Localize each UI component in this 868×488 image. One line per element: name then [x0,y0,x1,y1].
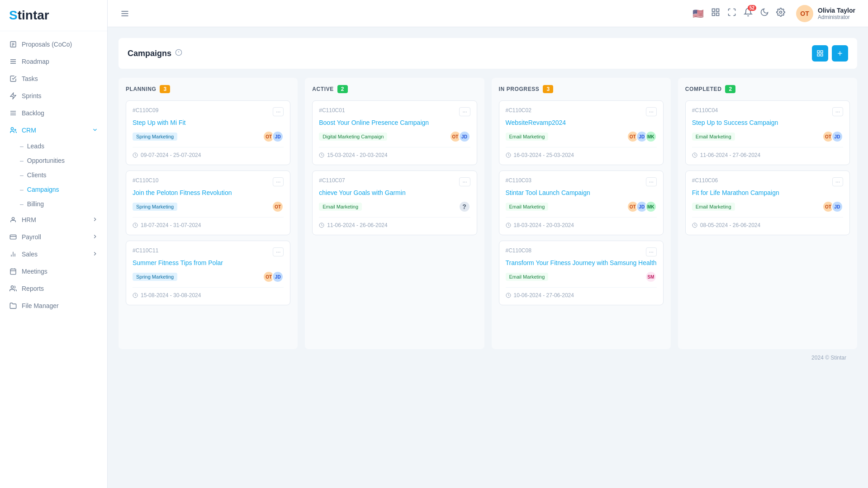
svg-rect-26 [712,13,715,16]
sidebar-item-reports-label: Reports [22,285,44,292]
column-active-title: ACTIVE [312,86,334,92]
sidebar-item-crm[interactable]: CRM [0,122,107,139]
sidebar-item-opportunities[interactable]: Opportunities [20,153,107,168]
card-c110c08-avatars: SM [645,271,657,283]
card-c110c07-title[interactable]: chieve Your Goals with Garmin [319,189,470,196]
card-c110c10-title[interactable]: Join the Peloton Fitness Revolution [133,189,284,196]
card-c110c01-title[interactable]: Boost Your Online Presence Campaign [319,119,470,126]
page-actions [812,45,848,62]
logo: Stintar [0,0,107,31]
card-c110c03-menu-button[interactable]: ··· [646,177,657,186]
card-c110c03-date-text: 18-03-2024 - 20-03-2024 [514,222,574,228]
dark-mode-icon[interactable] [760,8,769,19]
sales-chevron-icon [92,251,98,258]
avatar-mk: MK [645,131,657,142]
card-c110c03-title[interactable]: Stintar Tool Launch Campaign [506,189,657,196]
card-c110c08-id: #C110C08 [506,247,531,254]
sidebar-item-meetings[interactable]: Meetings [0,263,107,280]
sidebar-item-sprints[interactable]: Sprints [0,87,107,104]
page-title: Campaigns [128,49,182,58]
card-c110c09-title[interactable]: Step Up with Mi Fit [133,119,284,126]
sidebar-item-payroll[interactable]: Payroll [0,228,107,246]
card-c110c06: #C110C06 ··· Fit for Life Marathon Campa… [685,171,850,235]
avatar-jd: JD [831,131,843,142]
svg-point-8 [11,128,13,130]
sidebar-item-sales[interactable]: Sales [0,246,107,263]
card-c110c11-id: #C110C11 [133,247,158,254]
backlog-icon [9,109,17,117]
sidebar-item-reports[interactable]: Reports [0,280,107,297]
card-c110c09-menu-button[interactable]: ··· [273,107,284,116]
sidebar-item-hrm[interactable]: HRM [0,211,107,228]
page-title-text: Campaigns [128,49,171,58]
card-c110c09-footer: Spring Marketing OT JD [133,131,284,142]
hrm-chevron-icon [92,216,98,224]
card-c110c01-menu-button[interactable]: ··· [459,107,470,116]
sidebar-item-campaigns[interactable]: Campaigns [20,182,107,197]
grid-view-button[interactable] [812,45,828,62]
crm-sub-nav: Leads Opportunities Clients Campaigns Bi… [0,139,107,211]
sidebar-item-tasks[interactable]: Tasks [0,70,107,87]
card-c110c02-avatars: OT JD MK [627,131,657,142]
sidebar-item-file-manager[interactable]: File Manager [0,297,107,314]
main-area: 🇺🇸 52 OT Olivia Taylor Administrator [108,0,868,488]
card-c110c08-menu-button[interactable]: ··· [646,247,657,256]
info-icon[interactable] [175,49,182,58]
card-c110c03-footer: Email Marketing OT JD MK [506,201,657,213]
card-c110c02-title[interactable]: WebsiteRevamp2024 [506,119,657,126]
avatar-mk: MK [645,201,657,213]
hrm-icon [9,216,17,224]
sidebar-item-clients[interactable]: Clients [20,168,107,182]
card-c110c01-tag: Digital Marketing Campaign [319,133,387,141]
add-campaign-button[interactable] [832,45,848,62]
card-c110c04: #C110C04 ··· Step Up to Success Campaign… [685,100,850,165]
card-c110c07-menu-button[interactable]: ··· [459,177,470,186]
svg-rect-16 [10,269,16,275]
card-c110c10-id: #C110C10 [133,177,158,184]
card-c110c08: #C110C08 ··· Transform Your Fitness Jour… [499,241,664,305]
sidebar-item-backlog[interactable]: Backlog [0,104,107,122]
card-c110c01-date-text: 15-03-2024 - 20-03-2024 [327,152,387,158]
card-c110c06-title[interactable]: Fit for Life Marathon Campaign [692,189,843,196]
card-c110c11-tag: Spring Marketing [133,273,177,281]
notification-bell-icon[interactable]: 52 [744,8,753,19]
crm-chevron-icon [92,127,98,134]
card-c110c06-menu-button[interactable]: ··· [832,177,843,186]
footer-text: 2024 © Stintar [811,355,846,361]
card-c110c10-avatars: OT [272,201,284,213]
card-c110c01-date: 15-03-2024 - 20-03-2024 [319,152,470,158]
card-c110c11-menu-button[interactable]: ··· [273,247,284,256]
card-c110c06-id: #C110C06 [692,177,718,184]
card-c110c02-menu-button[interactable]: ··· [646,107,657,116]
roadmap-icon [9,57,17,66]
clients-label: Clients [27,171,47,179]
fullscreen-icon[interactable] [727,8,736,19]
card-c110c10-menu-button[interactable]: ··· [273,177,284,186]
column-completed-header: COMPLETED 2 [685,85,850,93]
card-c110c04-menu-button[interactable]: ··· [832,107,843,116]
settings-icon[interactable] [776,8,785,19]
card-c110c10-tag: Spring Marketing [133,203,177,211]
notification-count: 52 [748,5,756,11]
apps-icon[interactable] [711,8,720,19]
card-c110c11-title[interactable]: Summer Fitness Tips from Polar [133,259,284,266]
sidebar-item-file-manager-label: File Manager [22,302,59,309]
card-c110c10-header: #C110C10 ··· [133,177,284,186]
language-flag[interactable]: 🇺🇸 [693,8,704,19]
avatar-jd: JD [272,271,284,283]
card-c110c04-date-text: 11-06-2024 - 27-06-2024 [700,152,760,158]
card-c110c06-avatars: OT JD [822,201,843,213]
card-c110c04-title[interactable]: Step Up to Success Campaign [692,119,843,126]
column-active-header: ACTIVE 2 [312,85,477,93]
sidebar-item-roadmap[interactable]: Roadmap [0,53,107,70]
card-c110c01-id: #C110C01 [319,107,345,114]
svg-rect-27 [716,13,719,16]
header-icons: 🇺🇸 52 [693,8,785,19]
user-profile-button[interactable]: OT Olivia Taylor Administrator [792,3,859,24]
card-c110c08-title[interactable]: Transform Your Fitness Journey with Sams… [506,259,657,266]
sidebar-item-proposals[interactable]: Proposals (CoCo) [0,36,107,53]
menu-toggle-button[interactable] [117,5,133,22]
sidebar-item-billing[interactable]: Billing [20,197,107,211]
card-c110c08-tag: Email Marketing [506,273,549,281]
sidebar-item-leads[interactable]: Leads [20,139,107,153]
